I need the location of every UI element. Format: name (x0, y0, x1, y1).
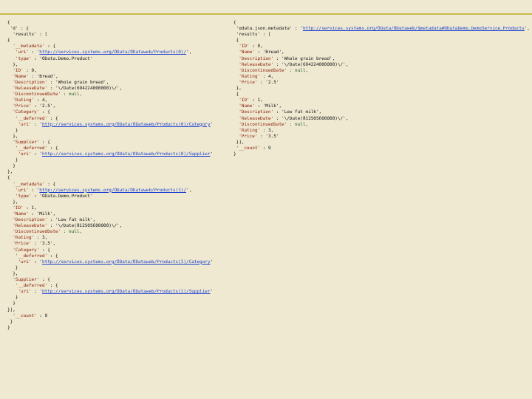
code-text: : { (45, 181, 55, 186)
code-line: 'results' : [ (7, 31, 47, 36)
code-text: : { (39, 109, 50, 114)
code-key: 'ID' (233, 97, 250, 102)
uri-link[interactable]: http://services.systems.org/OData/ODataw… (42, 288, 211, 293)
code-value: : null, (287, 67, 308, 72)
code-line: } (7, 157, 18, 162)
code-key: 'Description' (7, 79, 47, 84)
code-value: : 'Milk', (29, 211, 55, 216)
code-line: { (7, 174, 10, 180)
code-key: 'type' (7, 193, 32, 198)
uri-link[interactable]: http://services.systems.org/OData/ODataw… (42, 151, 211, 156)
code-value: : 0, (24, 67, 37, 72)
code-line: } (7, 265, 18, 270)
code-line: 'results' : [ (233, 31, 271, 36)
code-line: }, (7, 199, 18, 204)
code-key: 'uri' (7, 49, 29, 54)
uri-link[interactable]: http://services.systems.org/OData/ODataw… (39, 49, 186, 54)
code-key: 'Name' (7, 211, 29, 216)
code-text: : { (45, 43, 55, 48)
code-value: : 4, (260, 73, 273, 78)
code-text: ', (525, 25, 530, 30)
code-key: 'uri' (7, 121, 32, 126)
code-value: : '\/Date(812505600000)\/', (47, 222, 122, 228)
code-line: } (7, 294, 18, 299)
code-key: 'Name' (233, 49, 255, 54)
code-key: 'ID' (7, 67, 24, 72)
code-key: 'Price' (233, 79, 258, 84)
slide-header (0, 0, 532, 15)
code-line: }], (233, 139, 244, 144)
code-value: : 'Bread', (255, 49, 284, 54)
code-key: 'ID' (7, 205, 24, 210)
code-key: 'DiscontinuedDate' (7, 228, 61, 233)
code-text: : { (47, 282, 58, 287)
code-key: 'ReleaseDate' (233, 115, 273, 120)
code-value: : 'Milk', (255, 103, 282, 108)
code-text: : { (39, 247, 50, 252)
code-line: } (7, 318, 13, 324)
code-value: : '3.5' (258, 133, 279, 138)
code-line: }, (7, 168, 13, 174)
code-value: : 'Low fat milk', (273, 109, 321, 114)
code-key: 'Price' (7, 103, 32, 108)
code-value: : 9 (37, 313, 47, 318)
code-line: { (233, 37, 239, 42)
code-line: } (7, 127, 18, 132)
code-line: { (7, 37, 10, 42)
code-text: ' (211, 259, 214, 264)
code-text: : { (47, 145, 58, 150)
code-value: : 'Whole grain bread', (273, 55, 335, 61)
code-value: : null, (287, 121, 308, 126)
code-line: 'd' : { (7, 25, 29, 30)
code-value: : 4, (34, 97, 47, 102)
code-key: 'Price' (233, 133, 258, 138)
code-key: 'DiscontinuedDate' (233, 121, 287, 126)
code-key: 'uri' (7, 151, 32, 156)
code-value: : null, (61, 91, 82, 96)
uri-link[interactable]: http://services.systems.org/OData/ODataw… (303, 25, 525, 30)
code-key: 'uri' (7, 259, 32, 264)
code-key: 'Name' (233, 103, 255, 108)
code-value: : '2.5' (258, 79, 279, 84)
code-line: }, (7, 270, 18, 276)
code-key: 'Description' (233, 55, 273, 61)
code-text: : { (39, 276, 50, 282)
code-line: } (7, 324, 10, 330)
code-key: '__metadata' (7, 43, 45, 48)
code-key: 'uri' (7, 288, 32, 293)
code-key: 'ReleaseDate' (7, 222, 47, 228)
uri-link[interactable]: http://services.systems.org/OData/ODataw… (42, 121, 211, 126)
code-text: : ' (32, 151, 42, 156)
code-value: : 'Bread', (29, 73, 58, 78)
code-line: } (7, 300, 16, 305)
code-value: : 3, (34, 234, 47, 239)
code-text: : ' (32, 288, 42, 293)
code-key: '__deferred' (7, 115, 47, 120)
code-text: ' (211, 151, 214, 156)
code-key: '__deferred' (7, 253, 47, 258)
code-text: ' (211, 288, 214, 293)
code-key: 'type' (7, 55, 32, 61)
code-value: : 'Low fat milk', (47, 216, 95, 222)
code-text: 'odata.json.metadata' : ' (233, 25, 303, 30)
code-key: 'Rating' (7, 97, 34, 102)
code-value: : '2.5', (32, 103, 56, 108)
code-text: ', (186, 187, 191, 192)
code-value: : 1, (24, 205, 37, 210)
code-line: }], (7, 307, 16, 312)
code-columns: { 'd' : { 'results' : [ { '__metadata' :… (0, 15, 532, 338)
code-key: 'Rating' (7, 234, 34, 239)
json-light-column: { 'odata.json.metadata' : 'http://servic… (233, 19, 530, 157)
uri-link[interactable]: http://services.systems.org/OData/ODataw… (42, 259, 211, 264)
code-key: 'Supplier' (7, 276, 39, 282)
code-key: '__deferred' (7, 282, 47, 287)
code-key: '__count' (7, 313, 37, 318)
uri-link[interactable]: http://services.systems.org/OData/ODataw… (39, 187, 186, 192)
code-key: 'ID' (233, 43, 250, 48)
code-value: : 0, (250, 43, 263, 48)
code-line: }, (233, 85, 242, 90)
code-value: : 1, (250, 97, 263, 102)
code-key: 'Rating' (233, 73, 260, 78)
code-key: 'Category' (7, 247, 39, 252)
code-value: : 9 (260, 145, 270, 150)
